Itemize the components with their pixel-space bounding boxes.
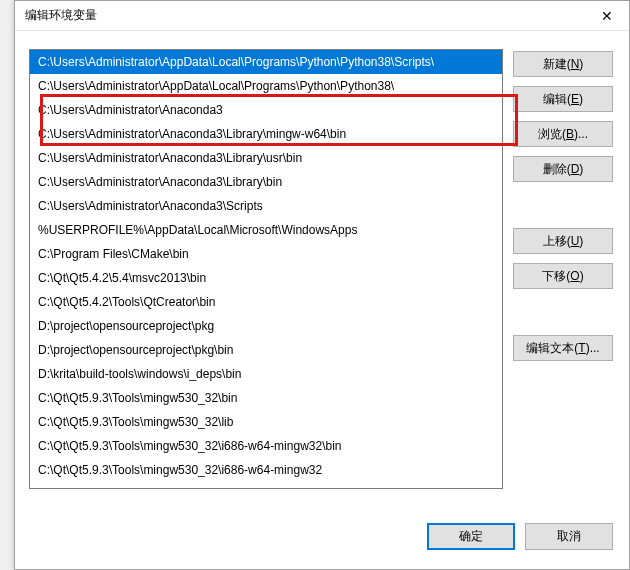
path-listbox[interactable]: C:\Users\Administrator\AppData\Local\Pro…	[29, 49, 503, 489]
list-item[interactable]: C:\Users\Administrator\Anaconda3\Library…	[30, 122, 502, 146]
list-item[interactable]: C:\Qt\Qt5.4.2\Tools\QtCreator\bin	[30, 290, 502, 314]
new-button[interactable]: 新建(N)	[513, 51, 613, 77]
delete-button[interactable]: 删除(D)	[513, 156, 613, 182]
list-item[interactable]: C:\Users\Administrator\AppData\Local\Pro…	[30, 50, 502, 74]
button-column: 新建(N) 编辑(E) 浏览(B)... 删除(D) 上移(U) 下移(O) 编…	[513, 49, 613, 507]
edit-button[interactable]: 编辑(E)	[513, 86, 613, 112]
list-item[interactable]: C:\Qt\Qt5.4.2\5.4\msvc2013\bin	[30, 266, 502, 290]
list-item[interactable]: C:\Qt\Qt5.9.3\Tools\mingw530_32\lib	[30, 410, 502, 434]
close-icon[interactable]: ✕	[584, 1, 629, 31]
move-down-button[interactable]: 下移(O)	[513, 263, 613, 289]
list-item[interactable]: D:\project\opensourceproject\zlib_bin	[30, 482, 502, 489]
dialog-footer: 确定 取消	[15, 517, 629, 569]
dialog-content: C:\Users\Administrator\AppData\Local\Pro…	[15, 31, 629, 517]
list-item[interactable]: C:\Users\Administrator\Anaconda3\Scripts	[30, 194, 502, 218]
list-item[interactable]: C:\Qt\Qt5.9.3\Tools\mingw530_32\bin	[30, 386, 502, 410]
move-up-button[interactable]: 上移(U)	[513, 228, 613, 254]
list-item[interactable]: C:\Qt\Qt5.9.3\Tools\mingw530_32\i686-w64…	[30, 434, 502, 458]
list-item[interactable]: C:\Qt\Qt5.9.3\Tools\mingw530_32\i686-w64…	[30, 458, 502, 482]
browse-button[interactable]: 浏览(B)...	[513, 121, 613, 147]
list-item[interactable]: C:\Program Files\CMake\bin	[30, 242, 502, 266]
list-item[interactable]: D:\project\opensourceproject\pkg\bin	[30, 338, 502, 362]
list-item[interactable]: C:\Users\Administrator\Anaconda3\Library…	[30, 170, 502, 194]
cancel-button[interactable]: 取消	[525, 523, 613, 550]
left-pane: C:\Users\Administrator\AppData\Local\Pro…	[29, 49, 503, 507]
list-item[interactable]: C:\Users\Administrator\AppData\Local\Pro…	[30, 74, 502, 98]
edit-text-button[interactable]: 编辑文本(T)...	[513, 335, 613, 361]
list-item[interactable]: %USERPROFILE%\AppData\Local\Microsoft\Wi…	[30, 218, 502, 242]
list-item[interactable]: D:\project\opensourceproject\pkg	[30, 314, 502, 338]
list-item[interactable]: C:\Users\Administrator\Anaconda3\Library…	[30, 146, 502, 170]
list-item[interactable]: D:\krita\build-tools\windows\i_deps\bin	[30, 362, 502, 386]
list-item[interactable]: C:\Users\Administrator\Anaconda3	[30, 98, 502, 122]
edit-env-var-dialog: 编辑环境变量 ✕ C:\Users\Administrator\AppData\…	[14, 0, 630, 570]
dialog-title: 编辑环境变量	[25, 7, 584, 24]
ok-button[interactable]: 确定	[427, 523, 515, 550]
titlebar: 编辑环境变量 ✕	[15, 1, 629, 31]
